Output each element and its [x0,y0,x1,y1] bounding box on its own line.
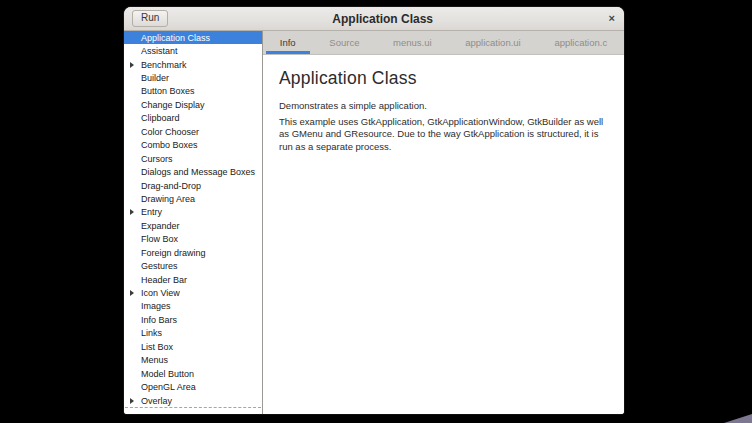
sidebar-item-label: Application Class [141,33,210,43]
sidebar-item-list-box[interactable]: List Box [124,340,262,353]
expander-arrow-icon[interactable] [130,398,134,404]
tab-application-ui[interactable]: application.ui [448,31,537,54]
sidebar-item-gestures[interactable]: Gestures [124,259,262,272]
sidebar-item-label: Builder [141,73,169,83]
gtk-demo-window: Run Application Class × Application Clas… [124,7,624,414]
sidebar-item-label: OpenGL Area [141,382,196,392]
demo-list-sidebar: Application ClassAssistantBenchmarkBuild… [124,31,263,414]
sidebar-item-menus[interactable]: Menus [124,354,262,367]
sidebar-item-header-bar[interactable]: Header Bar [124,273,262,286]
sidebar-item-icon-view[interactable]: Icon View [124,286,262,299]
sidebar-item-label: Change Display [141,100,205,110]
sidebar-item-combo-boxes[interactable]: Combo Boxes [124,139,262,152]
sidebar-item-label: Icon View [141,288,180,298]
sidebar-item-flow-box[interactable]: Flow Box [124,233,262,246]
sidebar-item-dialogs-and-message-boxes[interactable]: Dialogs and Message Boxes [124,165,262,178]
sidebar-item-label: Clipboard [141,113,180,123]
sidebar-item-model-button[interactable]: Model Button [124,367,262,380]
page-title: Application Class [279,68,608,89]
sidebar-item-builder[interactable]: Builder [124,71,262,84]
sidebar-item-opengl-area[interactable]: OpenGL Area [124,380,262,393]
tab-application-c[interactable]: application.c [538,31,624,54]
list-cut-off-dashes [125,407,261,408]
sidebar-item-label: Drawing Area [141,194,195,204]
notebook-tab-bar: InfoSourcemenus.uiapplication.uiapplicat… [263,31,624,55]
sidebar-item-label: Info Bars [141,315,177,325]
sidebar-item-label: List Box [141,342,173,352]
sidebar-item-label: Drag-and-Drop [141,181,201,191]
expander-arrow-icon[interactable] [130,62,134,68]
sidebar-item-assistant[interactable]: Assistant [124,44,262,57]
sidebar-item-overlay[interactable]: Overlay [124,394,262,407]
desktop-wallpaper-corner [724,414,752,423]
sidebar-item-cursors[interactable]: Cursors [124,152,262,165]
sidebar-item-label: Color Chooser [141,127,199,137]
window-body: Application ClassAssistantBenchmarkBuild… [124,31,624,414]
sidebar-item-images[interactable]: Images [124,300,262,313]
sidebar-item-drag-and-drop[interactable]: Drag-and-Drop [124,179,262,192]
tab-info[interactable]: Info [263,31,313,54]
sidebar-item-label: Links [141,328,162,338]
sidebar-item-color-chooser[interactable]: Color Chooser [124,125,262,138]
demo-subtitle: Demonstrates a simple application. [279,100,608,113]
sidebar-item-label: Assistant [141,46,178,56]
run-button[interactable]: Run [132,10,168,27]
sidebar-item-benchmark[interactable]: Benchmark [124,58,262,71]
info-page: Application Class Demonstrates a simple … [263,55,624,414]
sidebar-item-foreign-drawing[interactable]: Foreign drawing [124,246,262,259]
right-pane: InfoSourcemenus.uiapplication.uiapplicat… [263,31,624,414]
sidebar-item-application-class[interactable]: Application Class [124,31,262,44]
window-title: Application Class [168,12,597,26]
sidebar-item-expander[interactable]: Expander [124,219,262,232]
sidebar-item-label: Flow Box [141,234,178,244]
sidebar-item-label: Overlay [141,396,172,406]
sidebar-item-label: Header Bar [141,275,187,285]
sidebar-item-label: Benchmark [141,60,187,70]
sidebar-item-drawing-area[interactable]: Drawing Area [124,192,262,205]
sidebar-item-change-display[interactable]: Change Display [124,98,262,111]
sidebar-item-label: Button Boxes [141,86,195,96]
expander-arrow-icon[interactable] [130,290,134,296]
tab-menus-ui[interactable]: menus.ui [376,31,448,54]
close-icon[interactable]: × [597,13,615,24]
sidebar-item-label: Gestures [141,261,178,271]
sidebar-item-label: Expander [141,221,180,231]
expander-arrow-icon[interactable] [130,209,134,215]
sidebar-item-label: Images [141,301,171,311]
sidebar-item-entry[interactable]: Entry [124,206,262,219]
header-bar: Run Application Class × [124,7,624,31]
sidebar-item-label: Model Button [141,369,194,379]
tab-source[interactable]: Source [313,31,377,54]
sidebar-item-label: Dialogs and Message Boxes [141,167,255,177]
sidebar-item-clipboard[interactable]: Clipboard [124,112,262,125]
sidebar-item-button-boxes[interactable]: Button Boxes [124,85,262,98]
sidebar-item-info-bars[interactable]: Info Bars [124,313,262,326]
sidebar-item-label: Cursors [141,154,173,164]
sidebar-item-label: Foreign drawing [141,248,206,258]
sidebar-item-label: Entry [141,207,162,217]
sidebar-item-label: Combo Boxes [141,140,198,150]
sidebar-item-label: Menus [141,355,168,365]
sidebar-item-links[interactable]: Links [124,327,262,340]
demo-description: This example uses GtkApplication, GtkApp… [279,116,608,154]
